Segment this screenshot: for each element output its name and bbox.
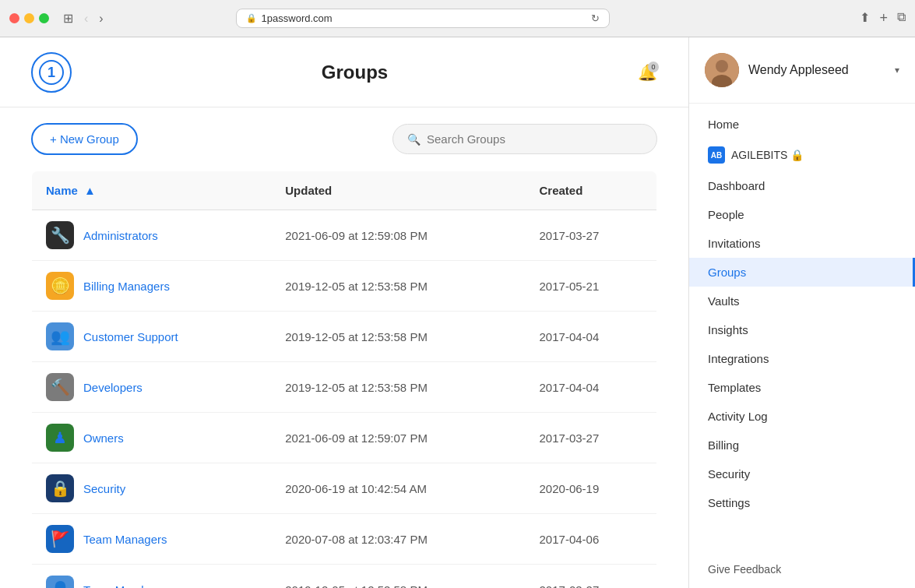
col-created-header[interactable]: Created bbox=[526, 171, 657, 210]
group-created: 2017-03-27 bbox=[526, 210, 657, 261]
give-feedback-link[interactable]: Give Feedback bbox=[708, 563, 896, 576]
nav-item-label: Vaults bbox=[708, 294, 740, 308]
group-name-label: Security bbox=[83, 482, 125, 495]
notification-badge: 0 bbox=[648, 62, 659, 72]
nav-item-label: Templates bbox=[708, 381, 761, 394]
nav-item-label: Integrations bbox=[708, 352, 769, 365]
nav-item-label: Invitations bbox=[708, 237, 761, 250]
group-name-label: Billing Managers bbox=[83, 280, 170, 293]
table-row[interactable]: 🚩 Team Managers 2020-07-08 at 12:03:47 P… bbox=[32, 514, 657, 565]
group-name-cell[interactable]: 👤 Team Members bbox=[32, 565, 272, 589]
new-group-button[interactable]: + New Group bbox=[31, 123, 138, 155]
back-button[interactable]: ‹ bbox=[81, 10, 91, 27]
group-updated: 2020-07-08 at 12:03:47 PM bbox=[271, 514, 525, 565]
nav-item-label: Dashboard bbox=[708, 179, 765, 192]
group-created: 2017-03-27 bbox=[526, 565, 657, 589]
chevron-down-icon: ▾ bbox=[895, 65, 899, 76]
browser-chrome: ⊞ ‹ › 🔒 1password.com ↻ ⬆ + ⧉ bbox=[0, 0, 915, 37]
table-row[interactable]: 🪙 Billing Managers 2019-12-05 at 12:53:5… bbox=[32, 261, 657, 312]
group-updated: 2021-06-09 at 12:59:08 PM bbox=[271, 210, 525, 261]
lock-icon: 🔒 bbox=[246, 13, 257, 23]
tabs-icon[interactable]: ⧉ bbox=[897, 10, 906, 26]
group-name-cell[interactable]: 🔨 Developers bbox=[32, 362, 272, 413]
table-row[interactable]: ♟ Owners 2021-06-09 at 12:59:07 PM 2017-… bbox=[32, 413, 657, 463]
sidebar-item-templates[interactable]: Templates bbox=[689, 373, 915, 402]
refresh-icon[interactable]: ↻ bbox=[591, 12, 600, 24]
group-name-cell[interactable]: ♟ Owners bbox=[32, 413, 272, 463]
sidebar-user[interactable]: Wendy Appleseed ▾ bbox=[689, 37, 915, 104]
table-row[interactable]: 🔒 Security 2020-06-19 at 10:42:54 AM 202… bbox=[32, 463, 657, 514]
group-updated: 2020-06-19 at 10:42:54 AM bbox=[271, 463, 525, 514]
forward-button[interactable]: › bbox=[96, 10, 106, 27]
app-logo: 1 bbox=[31, 52, 72, 93]
sidebar-item-dashboard[interactable]: Dashboard bbox=[689, 171, 915, 200]
group-icon: 🔒 bbox=[46, 474, 74, 502]
group-updated: 2019-12-05 at 12:53:58 PM bbox=[271, 565, 525, 589]
group-icon: 👤 bbox=[46, 576, 74, 588]
group-created: 2017-05-21 bbox=[526, 261, 657, 312]
user-name: Wendy Appleseed bbox=[748, 63, 885, 77]
table-row[interactable]: 🔧 Administrators 2021-06-09 at 12:59:08 … bbox=[32, 210, 657, 261]
group-name-cell[interactable]: 🔧 Administrators bbox=[32, 210, 272, 261]
sidebar-item-invitations[interactable]: Invitations bbox=[689, 229, 915, 258]
search-icon: 🔍 bbox=[407, 133, 421, 146]
sidebar: Wendy Appleseed ▾ HomeABAGILEBITS 🔒Dashb… bbox=[689, 37, 915, 588]
group-name-label: Team Members bbox=[83, 583, 164, 589]
sort-arrow-icon: ▲ bbox=[84, 184, 96, 197]
new-tab-icon[interactable]: + bbox=[879, 10, 888, 26]
sidebar-item-home[interactable]: Home bbox=[689, 110, 915, 139]
url-text: 1password.com bbox=[262, 12, 333, 24]
sidebar-item-billing[interactable]: Billing bbox=[689, 431, 915, 459]
toolbar: + New Group 🔍 bbox=[0, 107, 688, 171]
group-name-cell[interactable]: 🔒 Security bbox=[32, 463, 272, 514]
group-name-cell[interactable]: 👥 Customer Support bbox=[32, 312, 272, 362]
nav-item-label: Security bbox=[708, 467, 750, 481]
avatar bbox=[705, 53, 739, 87]
sidebar-item-security[interactable]: Security bbox=[689, 459, 915, 488]
group-name-cell[interactable]: 🚩 Team Managers bbox=[32, 514, 272, 565]
app-container: 1 Groups 🔔 0 + New Group 🔍 bbox=[0, 37, 915, 588]
org-icon: AB bbox=[708, 146, 725, 164]
sidebar-item-vaults[interactable]: Vaults bbox=[689, 287, 915, 315]
nav-item-label: Home bbox=[708, 118, 739, 131]
table-row[interactable]: 👤 Team Members 2019-12-05 at 12:53:58 PM… bbox=[32, 565, 657, 589]
nav-item-label: Activity Log bbox=[708, 410, 768, 423]
svg-text:1: 1 bbox=[48, 65, 55, 80]
group-created: 2017-03-27 bbox=[526, 413, 657, 463]
group-name-label: Team Managers bbox=[83, 533, 167, 546]
group-updated: 2019-12-05 at 12:53:58 PM bbox=[271, 362, 525, 413]
sidebar-item-settings[interactable]: Settings bbox=[689, 488, 915, 517]
sidebar-toggle-icon[interactable]: ⊞ bbox=[63, 11, 73, 26]
sidebar-item-activity-log[interactable]: Activity Log bbox=[689, 402, 915, 431]
main-header: 1 Groups 🔔 0 bbox=[0, 37, 688, 107]
nav-item-label: Insights bbox=[708, 323, 748, 336]
share-icon[interactable]: ⬆ bbox=[860, 10, 870, 26]
nav-item-label: Billing bbox=[708, 438, 739, 452]
close-button[interactable] bbox=[9, 13, 19, 23]
col-updated-header[interactable]: Updated bbox=[271, 171, 525, 210]
group-name-cell[interactable]: 🪙 Billing Managers bbox=[32, 261, 272, 312]
sidebar-item-agilebits[interactable]: ABAGILEBITS 🔒 bbox=[689, 139, 915, 171]
address-bar[interactable]: 🔒 1password.com ↻ bbox=[236, 9, 610, 28]
svg-point-3 bbox=[716, 60, 728, 72]
sidebar-item-groups[interactable]: Groups bbox=[689, 258, 915, 287]
sidebar-item-insights[interactable]: Insights bbox=[689, 315, 915, 344]
group-updated: 2019-12-05 at 12:53:58 PM bbox=[271, 312, 525, 362]
search-input[interactable] bbox=[427, 132, 642, 146]
traffic-lights bbox=[9, 13, 49, 23]
col-name-header[interactable]: Name ▲ bbox=[32, 171, 272, 210]
table-row[interactable]: 🔨 Developers 2019-12-05 at 12:53:58 PM 2… bbox=[32, 362, 657, 413]
nav-item-label: Settings bbox=[708, 496, 750, 509]
sidebar-item-integrations[interactable]: Integrations bbox=[689, 344, 915, 373]
maximize-button[interactable] bbox=[39, 13, 49, 23]
nav-arrows: ‹ › bbox=[81, 10, 107, 27]
group-updated: 2019-12-05 at 12:53:58 PM bbox=[271, 261, 525, 312]
table-header-row: Name ▲ Updated Created bbox=[32, 171, 657, 210]
main-area: 1 Groups 🔔 0 + New Group 🔍 bbox=[0, 37, 689, 588]
groups-table: Name ▲ Updated Created 🔧 Administrators … bbox=[0, 171, 688, 588]
table-row[interactable]: 👥 Customer Support 2019-12-05 at 12:53:5… bbox=[32, 312, 657, 362]
sidebar-item-people[interactable]: People bbox=[689, 200, 915, 229]
search-box: 🔍 bbox=[392, 124, 657, 154]
minimize-button[interactable] bbox=[24, 13, 34, 23]
notification-button[interactable]: 🔔 0 bbox=[638, 63, 657, 82]
